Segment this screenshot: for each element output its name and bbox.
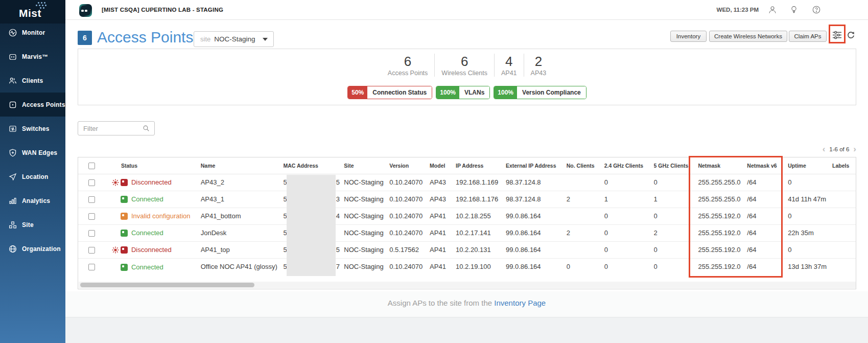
metric-badge-connection-status[interactable]: 50%Connection Status [347, 86, 432, 99]
column-header-site[interactable]: Site [344, 157, 389, 174]
sidebar-item-label: Access Points [22, 101, 65, 108]
column-header-version[interactable]: Version [389, 157, 430, 174]
name-cell: AP41_bottom [201, 208, 284, 224]
ip-cell: 192.168.1.176 [456, 191, 506, 208]
column-header-model[interactable]: Model [430, 157, 456, 174]
marvis-icon [8, 52, 17, 61]
row-checkbox[interactable] [88, 247, 95, 254]
sidebar-item-marvis[interactable]: Marvis™ [0, 44, 65, 68]
sidebar-item-analytics[interactable]: Analytics [0, 189, 65, 213]
sidebar-item-monitor[interactable]: Monitor [0, 20, 65, 44]
stat-item: 2AP43 [524, 54, 553, 77]
bulb-icon[interactable] [789, 5, 799, 14]
filter-box [78, 121, 155, 135]
stat-item: 6Access Points [381, 54, 435, 77]
annotation-box-settings [829, 25, 846, 43]
badge-label: Version Compliance [517, 86, 586, 99]
help-icon[interactable] [812, 5, 821, 14]
sidebar-item-clients[interactable]: Clients [0, 68, 65, 93]
sidebar-item-switches[interactable]: Switches [0, 117, 65, 141]
org-name[interactable]: [MIST CSQA] CUPERTINO LAB - STAGING [102, 7, 223, 13]
disconnected-sun-icon [112, 179, 119, 186]
status-cell: Connected [111, 225, 201, 241]
column-header-checkbox [78, 157, 111, 174]
user-icon[interactable] [768, 5, 777, 14]
sidebar-item-wan-edges[interactable]: WAN Edges [0, 141, 65, 165]
access-points-icon [8, 100, 17, 109]
status-text: Connected [131, 225, 163, 241]
version-cell: 0.5.17562 [389, 242, 430, 258]
column-header-status[interactable]: Status [111, 157, 201, 174]
metric-badge-vlans[interactable]: 100%VLANs [436, 86, 490, 99]
row-checkbox[interactable] [88, 196, 95, 203]
clients-cell: 2 [567, 225, 604, 241]
metric-badge-version-compliance[interactable]: 100%Version Compliance [494, 86, 586, 99]
column-header-ip-address[interactable]: IP Address [456, 157, 506, 174]
organization-icon [8, 244, 17, 254]
clients-cell [567, 242, 604, 258]
name-cell: AP41_top [201, 242, 284, 258]
row-checkbox[interactable] [88, 179, 95, 186]
badge-percent: 50% [348, 86, 367, 99]
page-next-icon[interactable]: › [853, 145, 856, 153]
stat-item: 4AP41 [495, 54, 524, 77]
create-wireless-networks-button[interactable]: Create Wireless Networks [709, 31, 787, 42]
ip-cell: 10.2.19.100 [456, 259, 506, 276]
column-header-external-ip-address[interactable]: External IP Address [506, 157, 567, 174]
column-header-mac-address[interactable]: MAC Address [284, 157, 344, 174]
ip-cell: 192.168.1.169 [456, 174, 506, 191]
ghz24-cell: 0 [604, 174, 654, 191]
column-header-labels[interactable]: Labels [832, 157, 856, 174]
filter-input[interactable] [83, 124, 139, 133]
annotation-box-netmask [689, 156, 783, 278]
page-range-label: 1-6 of 6 [829, 146, 849, 152]
assign-note-text: Assign APs to the site from the [388, 299, 494, 307]
model-cell: AP41 [430, 242, 456, 258]
claim-aps-button[interactable]: Claim APs [789, 31, 827, 42]
analytics-icon [8, 196, 17, 205]
row-checkbox[interactable] [88, 230, 95, 237]
badge-label: VLANs [459, 86, 489, 99]
sidebar-item-organization[interactable]: Organization [0, 237, 65, 261]
site-selector[interactable]: site NOC-Staging [194, 31, 274, 47]
sidebar-item-label: Marvis™ [22, 53, 48, 60]
inventory-button[interactable]: Inventory [670, 31, 707, 42]
stat-label: AP43 [531, 70, 547, 77]
stat-label: AP41 [501, 70, 517, 77]
stat-value: 6 [441, 54, 487, 69]
site-icon [8, 220, 17, 230]
column-header-no-clients[interactable]: No. Clients [567, 157, 604, 174]
ap-count-badge: 6 [78, 31, 92, 45]
sidebar-item-access-points[interactable]: Access Points [0, 93, 65, 117]
uptime-cell: 0 [788, 174, 832, 191]
sidebar-item-label: Analytics [22, 197, 50, 204]
page-prev-icon[interactable]: ‹ [823, 145, 826, 153]
sidebar-item-location[interactable]: Location [0, 165, 65, 189]
status-cell: Disconnected [111, 242, 201, 258]
status-cell: Connected [111, 259, 201, 276]
row-checkbox[interactable] [88, 264, 95, 270]
ghz24-cell: 0 [604, 225, 654, 241]
inventory-page-link[interactable]: Inventory Page [494, 299, 546, 307]
horizontal-scrollbar[interactable] [79, 282, 856, 288]
status-text: Disconnected [131, 242, 172, 258]
refresh-icon[interactable] [847, 31, 855, 40]
sidebar-item-label: Location [22, 173, 49, 180]
chevron-down-icon [263, 38, 268, 41]
sidebar-item-label: Site [22, 221, 34, 228]
site-cell: NOC-Staging [344, 259, 389, 276]
org-avatar-icon[interactable] [79, 4, 92, 17]
column-header-name[interactable]: Name [201, 157, 284, 174]
status-cell: Connected [111, 191, 201, 208]
select-all-checkbox[interactable] [88, 163, 95, 169]
column-header-uptime[interactable]: Uptime [788, 157, 832, 174]
ap-status-icon [121, 196, 128, 203]
model-cell: AP41 [430, 259, 456, 276]
sidebar-item-site[interactable]: Site [0, 213, 65, 237]
row-checkbox[interactable] [88, 213, 95, 220]
column-header-2-4-ghz-clients[interactable]: 2.4 GHz Clients [604, 157, 654, 174]
external-ip-cell: 98.37.124.8 [506, 191, 567, 208]
site-cell: NOC-Staging [344, 174, 389, 191]
external-ip-cell: 98.37.124.8 [506, 174, 567, 191]
horizontal-scrollbar-thumb[interactable] [80, 283, 254, 287]
